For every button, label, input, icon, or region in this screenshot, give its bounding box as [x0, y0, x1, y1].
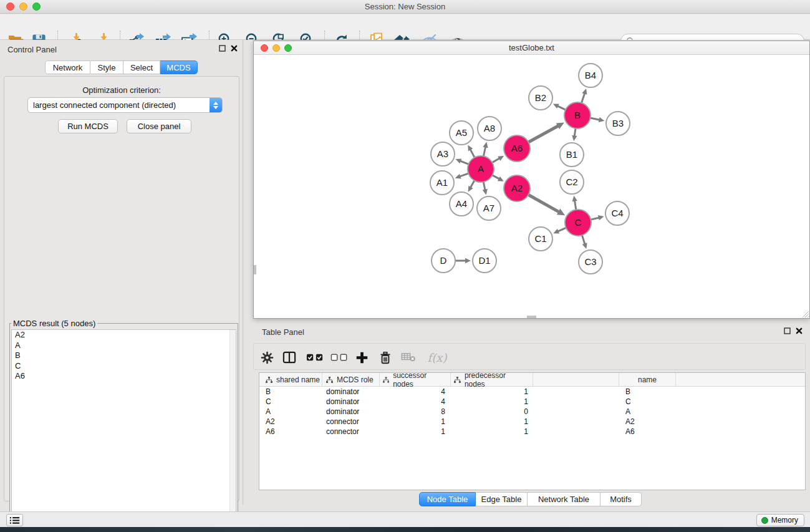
table-cell — [676, 417, 805, 427]
gear-icon — [261, 351, 274, 364]
tab-network[interactable]: Network — [45, 60, 90, 74]
network-canvas[interactable]: B4B2BB3B1A5A8A6A3AA1C2A2A4A7CC4C1C3DD1 — [254, 55, 809, 318]
select-all-button[interactable] — [306, 349, 324, 365]
graph-edge-A-A7[interactable] — [483, 183, 485, 190]
close-window-button[interactable] — [6, 2, 14, 11]
graph-edge-B-B4[interactable] — [582, 94, 584, 102]
left-scroll-grip[interactable] — [254, 265, 256, 274]
graph-edge-C-C4[interactable] — [591, 218, 598, 220]
table-cell: B — [619, 387, 676, 397]
graph-edge-A-A4[interactable] — [471, 181, 474, 187]
zoom-network-window-button[interactable] — [284, 44, 292, 52]
tab-edge-table[interactable]: Edge Table — [476, 492, 528, 506]
close-network-window-button[interactable] — [261, 44, 268, 52]
show-panels-button[interactable] — [6, 514, 23, 526]
memory-button[interactable]: Memory — [756, 514, 804, 526]
tab-style[interactable]: Style — [90, 60, 123, 74]
criterion-dropdown[interactable]: largest connected component (directed) — [27, 97, 223, 113]
delete-columns-button[interactable] — [377, 349, 393, 365]
table-cell: dominator — [322, 387, 380, 397]
dropdown-stepper-icon — [210, 97, 222, 113]
graph-node-label: B1 — [566, 149, 577, 160]
function-builder-button[interactable]: f(x) — [426, 349, 448, 365]
column-header-successor-nodes[interactable]: successor nodes — [380, 373, 451, 386]
float-panel-icon[interactable] — [219, 45, 226, 52]
mcds-result-list[interactable]: A2ABCA6 — [11, 329, 236, 532]
table-row[interactable]: A2connector11A2 — [259, 417, 805, 427]
unselect-all-button[interactable] — [330, 349, 349, 365]
node-table-header: shared name MCDS role successor nodes pr… — [259, 373, 805, 387]
screen: Session: New Session — [0, 0, 810, 532]
table-row[interactable]: Cdominator41C — [259, 397, 805, 407]
mcds-result-item[interactable]: A6 — [12, 371, 236, 382]
app-titlebar: Session: New Session — [0, 0, 810, 14]
table-row[interactable]: Adominator80A — [259, 407, 805, 417]
trash-icon — [379, 351, 392, 364]
graph-node-label: D — [440, 255, 447, 266]
zoom-window-button[interactable] — [32, 2, 41, 11]
graph-edge-B-B2[interactable] — [558, 106, 565, 109]
graph-edge-B-B1[interactable] — [574, 129, 576, 136]
graph-edge-A-A3[interactable] — [461, 161, 468, 164]
minimize-network-window-button[interactable] — [272, 44, 280, 52]
close-panel-icon[interactable] — [796, 327, 803, 334]
mcds-result-item[interactable]: C — [12, 361, 236, 372]
sitemap-icon — [454, 377, 461, 383]
graph-edge-A6-B[interactable] — [529, 126, 557, 142]
main-toolbar — [0, 14, 810, 40]
show-columns-button[interactable] — [281, 349, 297, 365]
float-panel-icon[interactable] — [784, 327, 791, 334]
graph-edge-C-C2[interactable] — [575, 201, 576, 210]
close-panel-button[interactable]: Close panel — [127, 119, 191, 133]
mcds-result-item[interactable]: A — [12, 341, 236, 351]
mcds-result-fieldset: MCDS result (5 nodes) A2ABCA6 — [9, 319, 238, 532]
mcds-result-item[interactable]: B — [12, 351, 236, 361]
tab-mcds[interactable]: MCDS — [160, 60, 198, 74]
graph-edge-A-A6[interactable] — [493, 158, 499, 162]
column-header-mcds-role[interactable]: MCDS role — [322, 373, 380, 386]
graph-edge-C-C1[interactable] — [558, 228, 565, 231]
table-cell — [676, 407, 805, 417]
network-window-titlebar[interactable]: testGlobe.txt — [254, 41, 809, 55]
graph-edge-A-A1[interactable] — [460, 173, 468, 176]
window-controls — [6, 2, 41, 11]
add-column-button[interactable] — [354, 349, 370, 365]
graph-edge-A-A2[interactable] — [493, 175, 498, 178]
graph-node-label: C3 — [584, 256, 596, 267]
graph-edge-C-C3[interactable] — [582, 236, 585, 243]
run-mcds-button[interactable]: Run MCDS — [58, 119, 118, 133]
graph-node-label: C — [575, 217, 582, 228]
resize-grip-icon[interactable] — [801, 309, 809, 317]
minimize-window-button[interactable] — [19, 2, 27, 11]
tab-network-table[interactable]: Network Table — [528, 492, 600, 506]
tab-select[interactable]: Select — [123, 60, 160, 74]
table-row[interactable]: A6connector11A6 — [259, 427, 805, 437]
desktop-wallpaper — [0, 527, 810, 532]
columns-icon — [282, 351, 296, 364]
close-panel-icon[interactable] — [231, 45, 238, 52]
table-cell: A6 — [259, 427, 322, 437]
table-row[interactable]: Bdominator41B — [259, 387, 805, 397]
column-header-predecessor-nodes[interactable]: predecessor nodes — [451, 373, 533, 386]
delete-table-button[interactable] — [400, 349, 417, 365]
tab-motifs[interactable]: Motifs — [600, 492, 642, 506]
table-settings-button[interactable] — [259, 349, 275, 365]
graph-edge-A-A8[interactable] — [484, 147, 486, 155]
column-header-name[interactable]: name — [619, 373, 676, 386]
tab-node-table[interactable]: Node Table — [419, 492, 476, 506]
network-graph[interactable]: B4B2BB3B1A5A8A6A3AA1C2A2A4A7CC4C1C3DD1 — [254, 55, 809, 318]
graph-edge-A-A5[interactable] — [471, 150, 475, 157]
column-header-shared-name[interactable]: shared name — [259, 373, 322, 386]
column-label: MCDS role — [337, 375, 374, 384]
unchecked-boxes-icon — [330, 353, 348, 362]
mcds-result-item[interactable]: A2 — [12, 330, 236, 341]
bottom-scroll-grip[interactable] — [527, 316, 536, 318]
graph-node-label: A6 — [511, 143, 523, 153]
criterion-value: largest connected component (directed) — [28, 100, 210, 110]
sitemap-icon — [266, 377, 272, 383]
table-cell — [533, 407, 619, 417]
scrollbar-track[interactable] — [229, 330, 236, 532]
graph-edge-B-B3[interactable] — [591, 118, 599, 120]
table-cell — [533, 427, 619, 437]
graph-edge-A2-C[interactable] — [529, 195, 558, 212]
